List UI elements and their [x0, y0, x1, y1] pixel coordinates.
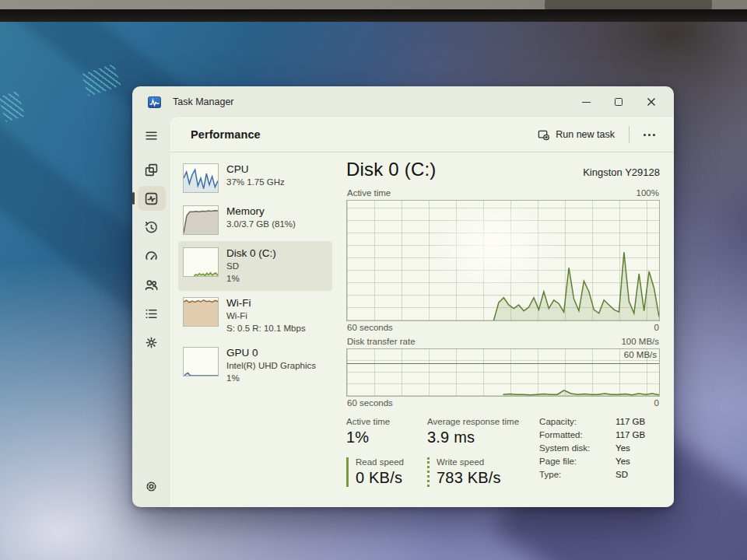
item-name: Memory [226, 205, 296, 217]
item-detail: SD [226, 260, 276, 272]
device-name: Kingston Y29128 [583, 166, 660, 178]
performance-icon [145, 192, 158, 205]
settings-gear-icon [145, 480, 158, 493]
memory-thumbnail-chart [183, 205, 219, 235]
sidebar-item-processes[interactable] [139, 158, 165, 181]
chart2-xlabel: 60 seconds [347, 398, 393, 408]
list-item-disk0[interactable]: Disk 0 (C:) SD 1% [178, 241, 332, 291]
chart1-min-label: 0 [654, 323, 659, 332]
wallpaper-glyph [0, 91, 26, 122]
list-item-cpu[interactable]: CPU 37% 1.75 GHz [178, 157, 332, 199]
item-detail: Wi-Fi [226, 310, 306, 322]
card-header: Performance Run new task [170, 117, 674, 152]
run-new-task-button[interactable]: Run new task [531, 125, 621, 145]
desktop-wallpaper: Task Manager [0, 22, 747, 560]
chart2-label: Disk transfer rate [347, 337, 416, 346]
transfer-rate-chart: 60 MB/s [346, 348, 660, 397]
window-title: Task Manager [173, 96, 234, 107]
item-detail: S: 0.5 R: 10.1 Mbps [226, 322, 306, 334]
item-name: GPU 0 [226, 347, 316, 359]
minimize-button[interactable] [570, 87, 602, 117]
chart1-xlabel: 60 seconds [347, 323, 393, 332]
stat-read-speed: Read speed 0 KB/s [346, 457, 404, 487]
minimize-icon [582, 102, 591, 103]
stat-active-time: Active time 1% [346, 417, 404, 446]
processes-icon [145, 163, 158, 177]
item-name: Disk 0 (C:) [226, 247, 276, 259]
list-item-memory[interactable]: Memory 3.0/3.7 GB (81%) [178, 199, 332, 241]
header-separator [629, 126, 630, 143]
maximize-icon [615, 98, 622, 106]
users-icon [145, 278, 158, 292]
chart2-min-label: 0 [654, 398, 659, 408]
chart2-max-label: 100 MB/s [621, 337, 659, 346]
list-item-gpu0[interactable]: GPU 0 Intel(R) UHD Graphics 1% [178, 341, 332, 390]
menu-icon[interactable] [139, 124, 165, 147]
page-title: Performance [191, 128, 261, 141]
detail-title: Disk 0 (C:) [346, 159, 437, 180]
screen-bezel [0, 9, 747, 23]
sidebar-item-details[interactable] [139, 302, 165, 325]
run-new-task-icon [538, 129, 549, 141]
maximize-button[interactable] [602, 87, 635, 117]
close-icon [647, 97, 656, 107]
run-new-task-label: Run new task [556, 129, 615, 140]
services-icon [145, 336, 158, 349]
list-item-wifi[interactable]: Wi-Fi Wi-Fi S: 0.5 R: 10.1 Mbps [178, 291, 332, 341]
item-name: Wi-Fi [226, 297, 306, 309]
stat-avg-response: Average response time 3.9 ms [427, 417, 519, 446]
item-detail: 37% 1.75 GHz [226, 176, 285, 188]
content-card: Performance Run new task [170, 117, 674, 507]
details-icon [145, 307, 158, 320]
item-detail: 1% [226, 372, 316, 384]
stat-write-speed: Write speed 783 KB/s [427, 457, 519, 487]
laptop-hinge [545, 0, 712, 9]
item-name: CPU [226, 163, 285, 175]
more-options-button[interactable] [637, 129, 661, 141]
disk-properties: Capacity:117 GB Formatted:117 GB System … [539, 417, 645, 487]
item-detail: 3.0/3.7 GB (81%) [226, 218, 296, 230]
titlebar[interactable]: Task Manager [132, 86, 674, 117]
settings-button[interactable] [139, 474, 165, 498]
app-history-icon [145, 221, 158, 234]
sidebar-item-users[interactable] [139, 273, 165, 296]
sidebar-item-startup-apps[interactable] [139, 244, 165, 268]
item-detail: 1% [226, 272, 276, 285]
sidebar-item-app-history[interactable] [139, 215, 165, 239]
chart1-label: Active time [347, 188, 391, 198]
disk-detail-pane: Disk 0 (C:) Kingston Y29128 Active time … [338, 157, 663, 507]
sidebar-item-services[interactable] [139, 331, 165, 354]
active-time-chart [346, 200, 660, 321]
task-manager-window: Task Manager [132, 86, 674, 507]
startup-apps-icon [145, 250, 158, 263]
close-button[interactable] [635, 87, 668, 117]
sidebar-item-performance[interactable] [139, 187, 165, 210]
wifi-thumbnail-chart [183, 297, 219, 327]
navigation-rail [132, 117, 170, 507]
gpu-thumbnail-chart [183, 347, 219, 376]
disk-statistics: Active time 1% Average response time 3.9… [346, 417, 660, 487]
task-manager-app-icon [148, 96, 161, 108]
cpu-thumbnail-chart [183, 163, 219, 193]
performance-list: CPU 37% 1.75 GHz Memory 3.0/3.7 GB (81%) [178, 157, 332, 507]
item-detail: Intel(R) UHD Graphics [226, 359, 316, 372]
disk-thumbnail-chart [183, 247, 219, 277]
chart1-max-label: 100% [637, 188, 659, 198]
